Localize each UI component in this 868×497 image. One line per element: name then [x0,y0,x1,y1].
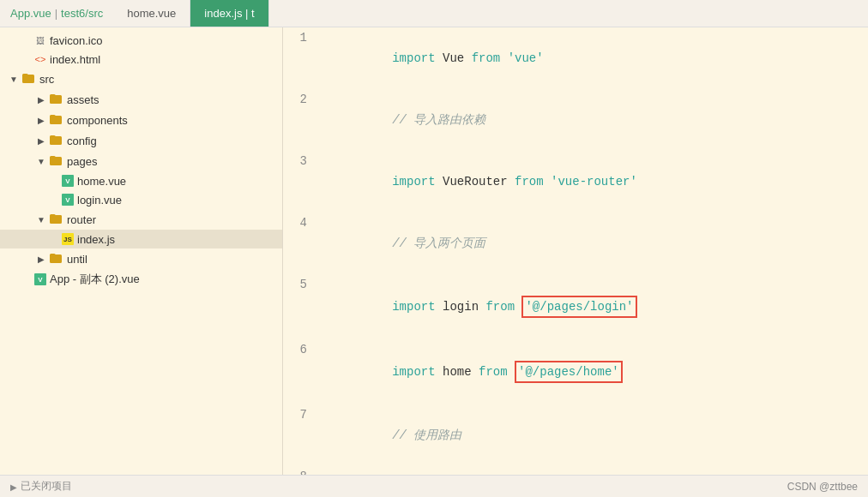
code-editor[interactable]: 1 import Vue from 'vue' 2 // 导入路由依赖 3 im… [283,27,868,475]
tree-item-index-html[interactable]: <> index.html [0,50,282,69]
kw-import-6: import [392,365,443,379]
closed-project-label: 已关闭项目 [21,479,72,494]
plain-3: VueRouter [443,175,515,189]
kw-from-5: from [485,300,521,314]
tree-item-src[interactable]: src [0,69,282,89]
tree-item-router[interactable]: router [0,209,282,230]
tree-item-components[interactable]: components [0,110,282,130]
tree-item-until[interactable]: until [0,248,282,269]
line-num-3: 3 [283,151,314,213]
tab-test6-src-label: test6/src [61,7,103,20]
tree-item-favicon[interactable]: 🖼 favicon.ico [0,31,282,50]
line-num-8: 8 [283,466,314,475]
index-js-label: index.js [77,233,115,246]
arrow-src [7,72,21,86]
file-tree: 🖼 favicon.ico <> index.html src assets [0,27,283,475]
tab-bar: App.vue | test6/src home.vue index.js | … [0,0,868,27]
kw-from-3: from [515,175,551,189]
str-1: 'vue' [508,51,544,65]
tab-home-vue[interactable]: home.vue [113,0,190,27]
line-code-1: import Vue from 'vue' [331,27,868,89]
plain-6: home [443,365,479,379]
arrow-assets [34,93,48,106]
line-code-3: import VueRouter from 'vue-router' [331,151,868,213]
gutter-5 [314,274,331,339]
tab-home-vue-label: home.vue [127,7,176,20]
kw-from-6: from [479,365,515,379]
until-label: until [67,253,87,266]
kw-import-3: import [392,175,443,189]
line-num-2: 2 [283,89,314,151]
tree-item-home-vue[interactable]: V home.vue [0,171,282,190]
plain-1: Vue [443,51,472,65]
gutter-7 [314,404,331,466]
str-3: 'vue-router' [551,175,637,189]
vue-file-icon-home: V [62,175,74,187]
folder-config-icon [48,133,63,148]
line-code-8: Vue.use(VueRouter) [331,466,868,475]
gutter-2 [314,89,331,151]
arrow-router [34,213,48,226]
kw-import-1: import [392,51,443,65]
kw-import-5: import [392,300,443,314]
tree-item-login-vue[interactable]: V login.vue [0,190,282,209]
closed-project[interactable]: 已关闭项目 [10,479,72,494]
router-label: router [67,213,96,226]
tab-breadcrumb[interactable]: App.vue | test6/src [0,0,113,27]
code-line-6: 6 import home from '@/pages/home' [283,339,868,404]
ico-file-icon: 🖼 [34,34,46,46]
folder-until-icon [48,251,63,266]
line-code-4: // 导入两个页面 [331,213,868,274]
assets-label: assets [67,93,99,106]
code-line-5: 5 import login from '@/pages/login' [283,274,868,339]
config-label: config [67,135,97,147]
line-num-6: 6 [283,339,314,404]
code-line-1: 1 import Vue from 'vue' [283,27,868,89]
gutter-1 [314,27,331,89]
vue-file-icon-login: V [62,194,74,206]
arrow-config [34,134,48,147]
code-line-8: 8 Vue.use(VueRouter) [283,466,868,475]
arrow-components [34,113,48,127]
folder-assets-icon [48,92,63,107]
arrow-pages [34,154,48,168]
home-vue-label: home.vue [77,175,126,188]
tab-app-vue-label: App.vue [10,7,51,20]
red-box-login: '@/pages/login' [521,296,636,318]
code-line-4: 4 // 导入两个页面 [283,213,868,274]
line-num-1: 1 [283,27,314,89]
tree-item-index-js[interactable]: JS index.js [0,230,282,248]
gutter-8 [314,466,331,475]
bottom-bar: 已关闭项目 CSDN @zttbee [0,475,868,497]
gutter-4 [314,213,331,274]
index-html-label: index.html [50,53,100,66]
tree-item-pages[interactable]: pages [0,151,282,171]
line-code-6: import home from '@/pages/home' [331,339,868,404]
comment-7: // 使用路由 [392,428,461,442]
plain-5: login [443,300,485,314]
folder-pages-icon [48,153,63,169]
comment-4: // 导入两个页面 [392,237,485,250]
src-label: src [39,73,54,86]
main-layout: 🖼 favicon.ico <> index.html src assets [0,27,868,475]
red-box-home: '@/pages/home' [515,361,623,383]
folder-src-icon [21,71,36,87]
tab-separator-1: | [55,7,57,20]
kw-from-1: from [472,51,508,65]
comment-2: // 导入路由依赖 [392,113,485,127]
tab-index-js[interactable]: index.js | t [190,0,268,27]
line-code-7: // 使用路由 [331,404,868,466]
gutter-3 [314,151,331,213]
folder-components-icon [48,112,63,128]
tree-item-app-copy-vue[interactable]: V App - 副本 (2).vue [0,269,282,290]
html-file-icon: <> [34,53,46,65]
tree-item-assets[interactable]: assets [0,89,282,110]
tree-item-config[interactable]: config [0,130,282,151]
line-code-2: // 导入路由依赖 [331,89,868,151]
folder-router-icon [48,212,63,227]
code-line-3: 3 import VueRouter from 'vue-router' [283,151,868,213]
favicon-label: favicon.ico [50,34,102,47]
login-vue-label: login.vue [77,194,122,207]
line-code-5: import login from '@/pages/login' [331,274,868,339]
str-5: '@/pages/login' [525,300,633,314]
